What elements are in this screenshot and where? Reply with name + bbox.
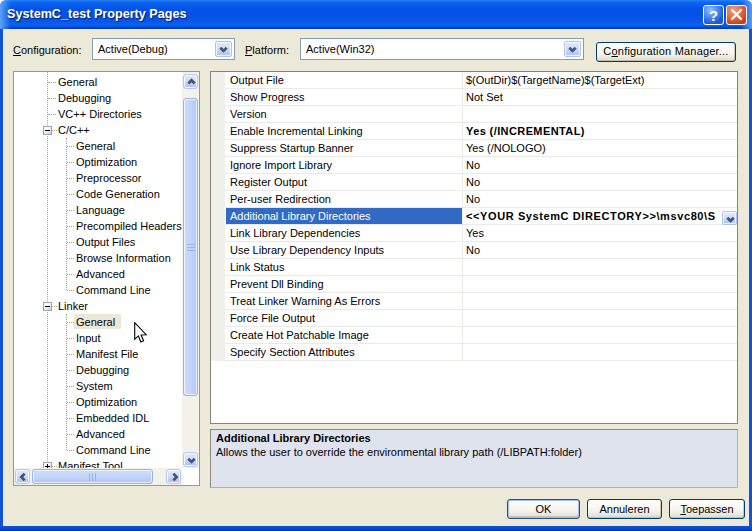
svg-text:?: ? — [709, 7, 718, 24]
